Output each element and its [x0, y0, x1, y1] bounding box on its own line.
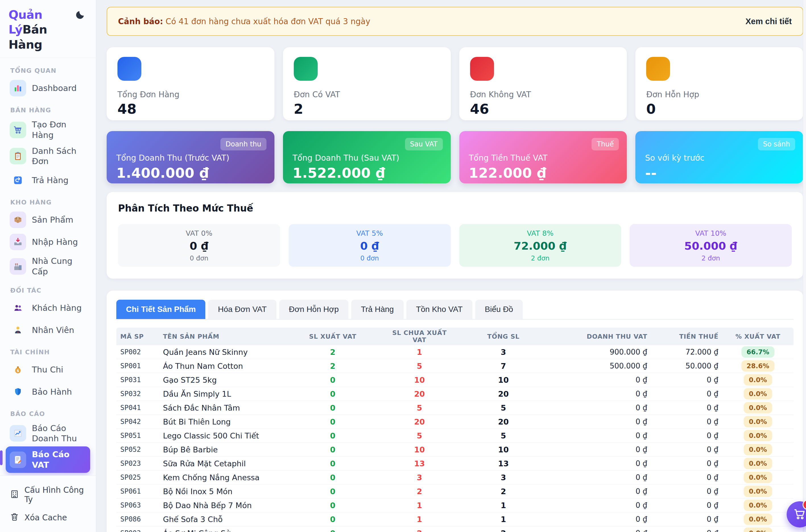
view-details-button[interactable]: Xem chi tiết: [745, 17, 792, 26]
logo-row: Quản LýBán Hàng: [0, 0, 96, 58]
cell-tax-amount: 0 ₫: [651, 529, 723, 532]
tax-rate-card: VAT 5% 0 ₫ 0 đơn: [289, 224, 451, 267]
sidebar-item-khách-hàng[interactable]: Khách Hàng: [6, 297, 90, 319]
blue-stat-icon: [117, 57, 142, 81]
sidebar-item-bảo-hành[interactable]: Bảo Hành: [6, 381, 90, 403]
cell-product-name: Bút Bi Thiên Long: [159, 417, 284, 426]
tax-rate-label: VAT 5%: [356, 229, 383, 238]
dark-mode-toggle[interactable]: [73, 8, 87, 22]
sidebar-footer-item-company-config[interactable]: Cấu Hình Công Ty: [10, 481, 86, 508]
cart-icon: [10, 122, 26, 138]
cell-qty-no-vat: 13: [381, 459, 458, 468]
sidebar-item-dashboard[interactable]: Dashboard: [6, 77, 90, 99]
cell-product-code: SP003: [116, 529, 159, 532]
cell-vat-percent: 0.0%: [723, 472, 793, 483]
vat-percent-badge: 0.0%: [744, 374, 772, 385]
tab-đơn-hỗn-hợp[interactable]: Đơn Hỗn Hợp: [279, 300, 349, 319]
tax-rate-value: 0 ₫: [360, 240, 379, 252]
cell-total-qty: 2: [458, 487, 549, 496]
tab-biểu-đồ[interactable]: Biểu Đồ: [475, 300, 523, 319]
cell-vat-percent: 0.0%: [723, 499, 793, 511]
cell-product-name: Búp Bê Barbie: [159, 445, 284, 454]
vat-percent-badge: 0.0%: [744, 486, 772, 497]
cell-vat-revenue: 0 ₫: [549, 431, 651, 440]
cell-qty-vat: 0: [284, 473, 381, 482]
tab-tồn-kho-vat[interactable]: Tồn Kho VAT: [407, 300, 472, 319]
tax-analysis-title: Phân Tích Theo Mức Thuế: [118, 203, 792, 214]
sidebar-item-nhà-cung-cấp[interactable]: Nhà Cung Cấp: [6, 253, 90, 280]
table-row: SP002 Quần Jeans Nữ Skinny 2 1 3 900.000…: [116, 345, 793, 359]
chart-icon: [10, 425, 26, 441]
cell-product-name: Quần Jeans Nữ Skinny: [159, 348, 284, 357]
sidebar-item-nhập-hàng[interactable]: Nhập Hàng: [6, 231, 90, 253]
sidebar-item-sản-phẩm[interactable]: Sản Phẩm: [6, 209, 90, 231]
sidebar-item-trả-hàng[interactable]: Trả Hàng: [6, 169, 90, 191]
revenue-card-label: Tổng Doanh Thu (Trước VAT): [116, 153, 265, 163]
green-stat-icon: [294, 57, 318, 81]
cell-product-name: Bộ Nồi Inox 5 Món: [159, 487, 284, 496]
sidebar-item-thu-chi[interactable]: $ Thu Chi: [6, 359, 90, 381]
cell-product-code: SP042: [116, 418, 159, 426]
cell-total-qty: 5: [458, 431, 549, 440]
table-row: SP031 Gạo ST25 5kg 0 10 10 0 ₫ 0 ₫ 0.0%: [116, 373, 793, 387]
revenue-card-value: --: [645, 165, 793, 181]
shield-icon: [10, 384, 26, 400]
sidebar-item-danh-sách-đơn[interactable]: Danh Sách Đơn: [6, 143, 90, 169]
trash-icon: [10, 512, 19, 523]
cell-tax-amount: 0 ₫: [651, 459, 723, 468]
vat-warning-banner: Cảnh báo: Có 41 đơn hàng chưa xuất hóa đ…: [107, 7, 803, 36]
stat-value: 48: [117, 101, 264, 117]
vat-percent-badge: 0.0%: [744, 472, 772, 483]
cell-vat-revenue: 0 ₫: [549, 403, 651, 412]
nav-section-label: BÁN HÀNG: [10, 107, 90, 114]
cell-qty-no-vat: 1: [381, 515, 458, 524]
cell-vat-revenue: 0 ₫: [549, 487, 651, 496]
cell-product-code: SP041: [116, 404, 159, 412]
stat-label: Đơn Có VAT: [294, 90, 440, 99]
nav-section-label: TÀI CHÍNH: [10, 348, 90, 356]
svg-text:$: $: [17, 368, 19, 373]
cell-vat-percent: 0.0%: [723, 402, 793, 414]
tab-chi-tiết-sản-phẩm[interactable]: Chi Tiết Sản Phẩm: [116, 300, 205, 319]
cell-total-qty: 7: [458, 362, 549, 370]
revenue-card: Thuế Tổng Tiền Thuế VAT 122.000 ₫: [459, 131, 627, 184]
money-icon: $: [10, 361, 26, 378]
inbox-icon: [10, 234, 26, 250]
vat-percent-badge: 0.0%: [744, 416, 772, 428]
revenue-card-label: Tổng Doanh Thu (Sau VAT): [293, 153, 441, 163]
cell-total-qty: 2: [458, 529, 549, 532]
sidebar-item-báo-cáo-vat[interactable]: Báo Cáo VAT: [6, 446, 90, 473]
sidebar-item-nhân-viên[interactable]: Nhân Viên: [6, 319, 90, 341]
column-header: SL XUẤT VAT: [284, 333, 381, 340]
sidebar-item-báo-cáo-doanh-thu[interactable]: Báo Cáo Doanh Thu: [6, 420, 90, 447]
tax-rate-orders: 2 đơn: [701, 254, 720, 262]
tab-trả-hàng[interactable]: Trả Hàng: [351, 300, 404, 319]
tax-analysis-card: Phân Tích Theo Mức Thuế VAT 0% 0 ₫ 0 đơn…: [107, 192, 803, 279]
customers-icon: [10, 300, 26, 316]
cell-product-code: SP051: [116, 432, 159, 440]
scrollbar[interactable]: [803, 0, 806, 532]
factory-icon: [10, 258, 26, 275]
cell-product-code: SP025: [116, 473, 159, 481]
cell-qty-no-vat: 10: [381, 376, 458, 384]
revenue-card-label: So với kỳ trước: [645, 153, 793, 163]
cell-total-qty: 10: [458, 445, 549, 454]
cell-qty-vat: 0: [284, 445, 381, 454]
stat-card: Đơn Có VAT 2: [283, 47, 451, 120]
stat-card: Đơn Không VAT 46: [459, 47, 627, 120]
tab-hóa-đơn-vat[interactable]: Hóa Đơn VAT: [208, 300, 276, 319]
banner-text: Có 41 đơn hàng chưa xuất hóa đơn VAT quá…: [166, 17, 370, 26]
sidebar-item-tạo-đơn-hàng[interactable]: Tạo Đơn Hàng: [6, 117, 90, 143]
cell-product-name: Bộ Dao Nhà Bếp 7 Món: [159, 501, 284, 510]
stat-label: Đơn Hỗn Hợp: [646, 90, 792, 99]
revenue-card: Sau VAT Tổng Doanh Thu (Sau VAT) 1.522.0…: [283, 131, 451, 184]
cell-tax-amount: 0 ₫: [651, 431, 723, 440]
cell-product-name: Áo Thun Nam Cotton: [159, 362, 284, 370]
cell-qty-no-vat: 1: [381, 348, 458, 357]
cell-qty-vat: 0: [284, 431, 381, 440]
vat-percent-badge: 0.0%: [744, 528, 772, 532]
revenue-card-badge: So sánh: [758, 138, 795, 150]
sidebar-footer-item-clear-cache[interactable]: Xóa Cache: [10, 508, 86, 527]
app-root: Quản LýBán Hàng TỔNG QUAN Dashboard BÁN …: [0, 0, 806, 532]
tax-rate-card: VAT 10% 50.000 ₫ 2 đơn: [630, 224, 792, 267]
